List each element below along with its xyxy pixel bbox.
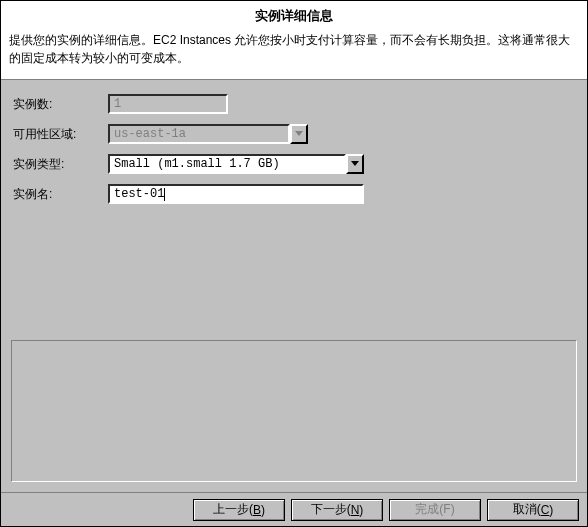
back-button[interactable]: 上一步(B)	[193, 499, 285, 521]
inner-panel	[11, 340, 577, 482]
form-area: 实例数: 可用性区域: us-east-1a 实例类型: Small (m1.s…	[1, 80, 587, 492]
row-instance-count: 实例数:	[13, 94, 575, 114]
label-instance-name: 实例名:	[13, 186, 108, 203]
row-instance-type: 实例类型: Small (m1.small 1.7 GB)	[13, 154, 575, 174]
text-caret	[164, 188, 165, 201]
page-description: 提供您的实例的详细信息。EC2 Instances 允许您按小时支付计算容量，而…	[9, 31, 579, 67]
availability-zone-value: us-east-1a	[108, 124, 290, 144]
instance-type-value: Small (m1.small 1.7 GB)	[108, 154, 346, 174]
availability-zone-dropdown-button	[290, 124, 308, 144]
instance-name-input[interactable]: test-01	[108, 184, 364, 204]
instance-count-input	[108, 94, 228, 114]
instance-name-value: test-01	[114, 187, 164, 201]
svg-marker-0	[295, 131, 303, 136]
instance-type-combo[interactable]: Small (m1.small 1.7 GB)	[108, 154, 364, 174]
wizard-header: 实例详细信息 提供您的实例的详细信息。EC2 Instances 允许您按小时支…	[1, 1, 587, 80]
cancel-button[interactable]: 取消(C)	[487, 499, 579, 521]
row-instance-name: 实例名: test-01	[13, 184, 575, 204]
svg-marker-1	[351, 161, 359, 166]
availability-zone-combo: us-east-1a	[108, 124, 308, 144]
chevron-down-icon	[295, 131, 303, 137]
row-availability-zone: 可用性区域: us-east-1a	[13, 124, 575, 144]
wizard-button-bar: 上一步(B) 下一步(N) 完成(F) 取消(C)	[1, 492, 587, 526]
label-instance-count: 实例数:	[13, 96, 108, 113]
label-availability-zone: 可用性区域:	[13, 126, 108, 143]
instance-type-dropdown-button[interactable]	[346, 154, 364, 174]
page-title: 实例详细信息	[9, 7, 579, 25]
next-button[interactable]: 下一步(N)	[291, 499, 383, 521]
chevron-down-icon	[351, 161, 359, 167]
label-instance-type: 实例类型:	[13, 156, 108, 173]
finish-button: 完成(F)	[389, 499, 481, 521]
